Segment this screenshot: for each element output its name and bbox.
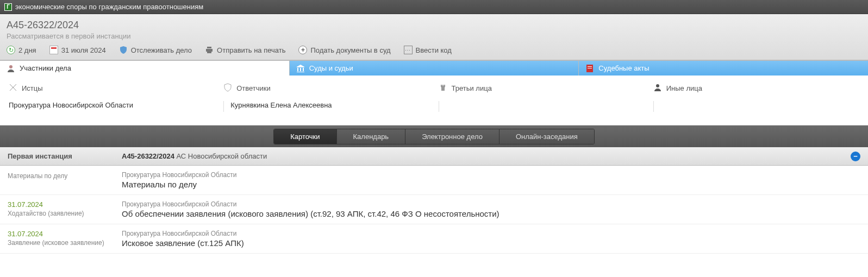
pdf-icon [585, 64, 594, 73]
third-column: Третьи лица [434, 83, 649, 112]
other-header: Иные лица [653, 83, 859, 93]
third-label: Третьи лица [452, 84, 492, 92]
svg-rect-3 [588, 68, 592, 68]
days-label: 2 дня [18, 46, 36, 54]
code-label: Ввести код [416, 46, 452, 54]
watch-action[interactable]: Отслеживать дело [119, 46, 192, 54]
plaintiff-item[interactable]: Прокуратура Новосибирской Области [9, 101, 215, 112]
main-tabs: Участники дела Суды и судьи Судебные акт… [0, 60, 868, 75]
tab-participants-label: Участники дела [20, 64, 71, 72]
printer-icon [205, 46, 214, 54]
third-header: Третьи лица [439, 83, 645, 93]
plaintiffs-header: Истцы [9, 83, 215, 93]
doc-date: 31.07.2024 [8, 200, 122, 209]
case-number: А45-26322/2024 [7, 20, 861, 31]
doc-type: Заявление (исковое заявление) [8, 239, 122, 247]
tab-courts-label: Суды и судьи [309, 64, 353, 72]
person-icon [7, 64, 15, 73]
segmented-control: Карточки Календарь Электронное дело Онла… [273, 129, 594, 144]
swords-icon [9, 83, 17, 93]
instance-label: Первая инстанция [8, 152, 122, 160]
code-icon: ··· [404, 46, 413, 54]
date-label: 31 июля 2024 [61, 46, 106, 54]
parties-section: Истцы Прокуратура Новосибирской Области … [0, 75, 868, 125]
window-topbar: Г экономические споры по гражданским пра… [0, 0, 868, 14]
svg-rect-2 [588, 66, 592, 67]
tab-courts[interactable]: Суды и судьи [290, 61, 579, 75]
other-label: Иные лица [666, 84, 702, 92]
doc-date: 31.07.2024 [8, 230, 122, 238]
case-type-title: экономические споры по гражданским право… [15, 3, 203, 11]
seg-ecase[interactable]: Электронное дело [405, 129, 499, 144]
court-icon [296, 64, 305, 73]
tab-acts-label: Судебные акты [598, 64, 649, 72]
other-body [653, 101, 859, 112]
days-action[interactable]: 2 дня [7, 46, 36, 54]
doc-org: Прокуратура Новосибирской Области [122, 200, 499, 208]
shield-outline-icon [223, 83, 232, 93]
person-silhouette-icon [653, 83, 662, 93]
instance-header: Первая инстанция А45-26322/2024 АС Новос… [0, 147, 868, 166]
seg-calendar[interactable]: Календарь [337, 129, 406, 144]
plaintiffs-label: Истцы [22, 84, 43, 92]
tower-icon [439, 83, 447, 93]
doc-type: Ходатайство (заявление) [8, 210, 122, 217]
doc-title: Об обеспечении заявления (искового заявл… [122, 209, 499, 218]
case-header: А45-26322/2024 Рассматривается в первой … [0, 14, 868, 60]
svg-point-0 [9, 65, 13, 68]
third-body [439, 101, 645, 112]
tab-acts[interactable]: Судебные акты [579, 61, 868, 75]
document-list: Материалы по делу Прокуратура Новосибирс… [0, 166, 868, 254]
instance-case: А45-26322/2024 АС Новосибирской области [122, 152, 267, 160]
doc-type: Материалы по делу [8, 172, 122, 180]
defendants-header: Ответчики [223, 83, 429, 93]
action-bar: 2 дня 31 июля 2024 Отслеживать дело Отпр… [7, 46, 861, 60]
segmented-bar: Карточки Календарь Электронное дело Онла… [0, 125, 868, 147]
case-type-icon: Г [4, 3, 12, 11]
doc-row[interactable]: 31.07.2024 Ходатайство (заявление) Проку… [0, 195, 868, 224]
other-column: Иные лица [649, 83, 864, 112]
date-action[interactable]: 31 июля 2024 [49, 46, 106, 54]
shield-icon [119, 46, 128, 54]
seg-online[interactable]: Онлайн-заседания [499, 129, 594, 144]
doc-org: Прокуратура Новосибирской Области [122, 171, 236, 179]
tab-participants[interactable]: Участники дела [0, 61, 290, 75]
collapse-button[interactable]: − [851, 152, 860, 161]
print-label: Отправить на печать [217, 46, 285, 54]
plaintiffs-column: Истцы Прокуратура Новосибирской Области [4, 83, 219, 112]
defendants-column: Ответчики Курнявкина Елена Алексеевна [219, 83, 434, 112]
watch-label: Отслеживать дело [131, 46, 192, 54]
plus-icon: + [298, 46, 307, 54]
doc-title: Исковое заявление (ст.125 АПК) [122, 238, 244, 248]
code-action[interactable]: ··· Ввести код [404, 46, 452, 54]
defendants-label: Ответчики [236, 84, 271, 92]
seg-cards[interactable]: Карточки [274, 129, 336, 144]
doc-row[interactable]: 31.07.2024 Заявление (исковое заявление)… [0, 224, 868, 254]
defendant-item[interactable]: Курнявкина Елена Алексеевна [223, 101, 429, 112]
doc-org: Прокуратура Новосибирской Области [122, 230, 244, 237]
submit-label: Подать документы в суд [310, 46, 390, 54]
calendar-icon [49, 46, 58, 54]
doc-row[interactable]: Материалы по делу Прокуратура Новосибирс… [0, 166, 868, 195]
svg-point-4 [656, 84, 659, 87]
refresh-clock-icon [7, 46, 15, 54]
print-action[interactable]: Отправить на печать [205, 46, 285, 54]
doc-title: Материалы по делу [122, 180, 236, 189]
submit-action[interactable]: + Подать документы в суд [298, 46, 390, 54]
case-status: Рассматривается в первой инстанции [7, 32, 861, 40]
